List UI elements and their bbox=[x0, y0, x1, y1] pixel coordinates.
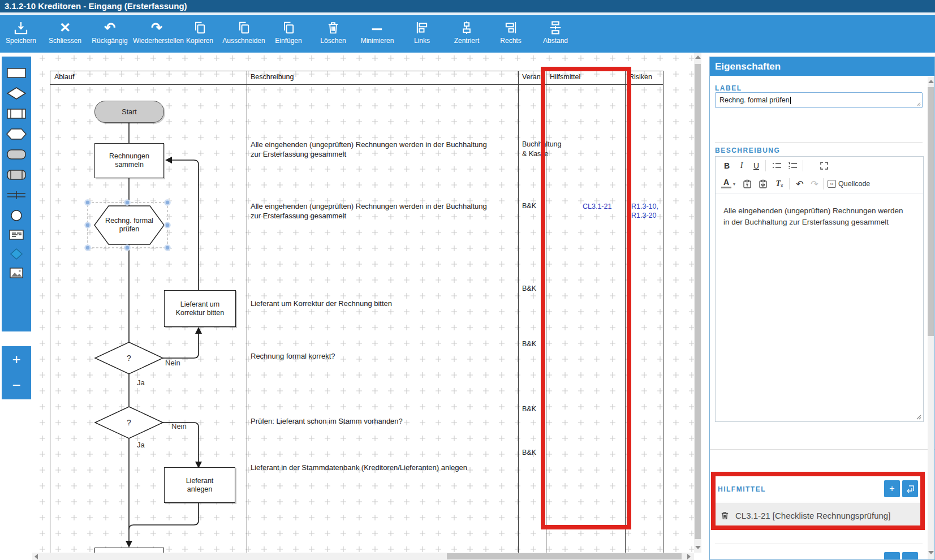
edge-label-ja-1: Ja bbox=[137, 378, 145, 387]
align-right-icon bbox=[487, 18, 535, 37]
editor-undo-icon[interactable]: ↶ bbox=[794, 178, 806, 190]
zoom-in-button[interactable]: + bbox=[2, 348, 31, 371]
diamond-shape-icon[interactable] bbox=[5, 86, 28, 101]
svg-text:?: ? bbox=[127, 418, 131, 427]
save-button[interactable]: Speichern bbox=[0, 18, 45, 51]
next-node-partial[interactable] bbox=[94, 548, 164, 553]
remove-format-icon[interactable]: Tx bbox=[772, 178, 787, 190]
ask-correction-node[interactable]: Lieferant umKorrektur bitten bbox=[164, 290, 236, 327]
editor-toolbar-divider bbox=[716, 193, 923, 193]
bullet-list-icon[interactable] bbox=[770, 160, 783, 172]
panel-scroll-up-arrow[interactable] bbox=[928, 80, 934, 83]
editor-redo-icon[interactable]: ↷ bbox=[808, 178, 821, 190]
canvas-horizontal-scrollbar[interactable] bbox=[32, 553, 694, 560]
align-center-button[interactable]: Zentriert bbox=[443, 18, 490, 51]
note-shape-icon[interactable] bbox=[5, 227, 28, 242]
row2-risiken-links[interactable]: R1.3-10,R1.3-20 bbox=[631, 202, 658, 220]
text-color-caret[interactable]: ▾ bbox=[731, 178, 737, 190]
italic-button[interactable]: I bbox=[736, 160, 747, 172]
collect-invoices-node[interactable]: Rechnungen sammeln bbox=[94, 143, 164, 178]
section-divider bbox=[710, 449, 934, 450]
editor-resize-grip[interactable] bbox=[915, 413, 921, 420]
create-supplier-node[interactable]: Lieferantanlegen bbox=[164, 467, 235, 503]
app-window: 3.1.2-10 Kreditoren - Eingang (Ersterfas… bbox=[0, 0, 935, 560]
vertical-scroll-thumb[interactable] bbox=[695, 64, 701, 539]
diagram-canvas[interactable]: Ablauf Beschreibung Verant. Hilfsmittel … bbox=[32, 53, 694, 553]
delete-button[interactable]: Löschen bbox=[309, 18, 357, 51]
paste-text-icon[interactable] bbox=[740, 178, 754, 190]
copy-icon bbox=[176, 18, 223, 37]
next-section-assign-button[interactable] bbox=[902, 552, 918, 560]
trash-icon bbox=[309, 18, 357, 37]
beschreibung-section-heading: BESCHREIBUNG bbox=[715, 147, 780, 154]
row6-verant: B&K bbox=[522, 448, 536, 458]
hexagon-shape-icon[interactable] bbox=[5, 127, 28, 141]
input-resize-grip[interactable] bbox=[915, 101, 921, 106]
close-button[interactable]: ✕ Schliessen bbox=[41, 18, 89, 51]
align-right-button[interactable]: Rechts bbox=[487, 18, 535, 51]
redo-icon: ↷ bbox=[133, 18, 180, 37]
section-divider bbox=[715, 142, 923, 143]
rounded-rectangle-shape-icon[interactable] bbox=[5, 147, 28, 162]
label-input[interactable]: Rechng. formal prüfen bbox=[715, 92, 923, 108]
maximize-icon[interactable] bbox=[817, 160, 831, 172]
row3-verant: B&K bbox=[522, 284, 536, 294]
horizontal-scroll-thumb[interactable] bbox=[447, 553, 682, 559]
rectangle-shape-icon[interactable] bbox=[5, 66, 28, 80]
properties-panel: Eigenschaften LABEL Rechng. formal prüfe… bbox=[709, 57, 935, 560]
scroll-left-arrow[interactable] bbox=[35, 554, 38, 559]
next-section-add-button[interactable] bbox=[884, 552, 900, 560]
numbered-list-icon[interactable] bbox=[786, 160, 799, 172]
toolbar-separator bbox=[823, 178, 824, 189]
scroll-down-arrow[interactable] bbox=[695, 546, 701, 549]
scroll-right-arrow[interactable] bbox=[687, 554, 691, 559]
minimize-button[interactable]: Minimieren bbox=[354, 18, 401, 51]
double-line-shape-icon[interactable] bbox=[5, 188, 28, 203]
image-shape-icon[interactable] bbox=[5, 266, 28, 281]
start-node[interactable]: Start bbox=[94, 101, 164, 123]
scroll-up-arrow[interactable] bbox=[695, 55, 701, 59]
align-left-button[interactable]: Links bbox=[398, 18, 446, 51]
cut-button[interactable]: Ausschneiden bbox=[220, 18, 268, 51]
save-icon bbox=[0, 18, 45, 37]
rich-text-editor: B I U A ▾ bbox=[715, 156, 924, 422]
zoom-out-button[interactable]: − bbox=[2, 374, 31, 397]
edge-label-nein-2: Nein bbox=[171, 422, 187, 430]
paste-word-icon[interactable] bbox=[756, 178, 770, 190]
rounded-process-shape-icon[interactable] bbox=[5, 167, 28, 182]
spacing-icon bbox=[532, 18, 579, 37]
text-color-button[interactable]: A bbox=[721, 178, 731, 188]
row2-verant: B&K bbox=[522, 201, 536, 211]
align-left-icon bbox=[398, 18, 446, 37]
bold-button[interactable]: B bbox=[721, 160, 733, 172]
circle-shape-icon[interactable] bbox=[5, 208, 28, 223]
quellcode-button[interactable]: ‹› Quellcode bbox=[828, 178, 901, 190]
canvas-vertical-scrollbar[interactable] bbox=[694, 53, 701, 553]
panel-scroll-down-arrow[interactable] bbox=[928, 551, 934, 554]
toolbar-separator bbox=[765, 160, 766, 171]
panel-scroll-thumb[interactable] bbox=[928, 87, 934, 336]
hilfsmittel-column-annotation bbox=[541, 67, 631, 529]
main-toolbar: Speichern ✕ Schliessen ↶ Rückgängig ↷ Wi… bbox=[0, 15, 935, 53]
text-caret bbox=[790, 97, 791, 104]
predefined-process-shape-icon[interactable] bbox=[5, 106, 28, 121]
paste-button[interactable]: Einfügen bbox=[265, 18, 312, 51]
undo-icon: ↶ bbox=[86, 18, 133, 37]
align-center-icon bbox=[443, 18, 490, 37]
cut-icon bbox=[220, 18, 268, 37]
decision-2[interactable]: ? bbox=[95, 407, 163, 438]
edge-label-ja-2: Ja bbox=[137, 441, 145, 449]
small-diamond-shape-icon[interactable] bbox=[5, 247, 28, 261]
copy-button[interactable]: Kopieren bbox=[176, 18, 223, 51]
row5-beschreibung: Prüfen: Lieferant schon im Stamm vorhand… bbox=[251, 416, 403, 426]
undo-button[interactable]: ↶ Rückgängig bbox=[86, 18, 133, 51]
spacing-button[interactable]: Abstand bbox=[532, 18, 579, 51]
redo-button[interactable]: ↷ Wiederherstellen bbox=[133, 18, 180, 51]
close-icon: ✕ bbox=[41, 18, 89, 37]
decision-1[interactable]: ? bbox=[95, 342, 163, 374]
panel-scrollbar[interactable] bbox=[928, 77, 934, 560]
underline-button[interactable]: U bbox=[751, 160, 762, 172]
svg-text:?: ? bbox=[127, 354, 131, 363]
editor-content[interactable]: Alle eingehenden (ungeprüften) Rechnunge… bbox=[723, 205, 903, 228]
label-section-heading: LABEL bbox=[715, 84, 742, 92]
